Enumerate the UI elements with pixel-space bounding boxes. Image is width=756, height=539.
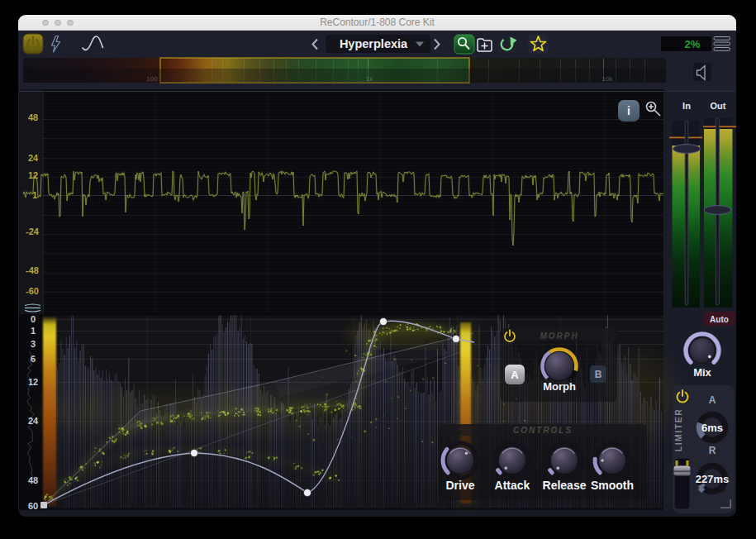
svg-text:CONTROLS: CONTROLS	[513, 426, 573, 435]
svg-text:B: B	[595, 369, 602, 380]
svg-text:10k: 10k	[602, 75, 614, 83]
svg-text:2%: 2%	[685, 38, 701, 50]
svg-text:48: 48	[28, 112, 38, 122]
svg-text:12: 12	[28, 170, 38, 180]
svg-text:A: A	[511, 369, 519, 381]
svg-text:Hyperplexia: Hyperplexia	[340, 37, 408, 50]
svg-text:-48: -48	[26, 265, 39, 275]
svg-text:227ms: 227ms	[696, 473, 729, 485]
svg-text:6ms: 6ms	[701, 422, 723, 434]
svg-text:60: 60	[28, 501, 38, 511]
svg-text:-60: -60	[26, 286, 39, 296]
svg-text:MORPH: MORPH	[540, 332, 578, 341]
svg-text:1: 1	[31, 326, 36, 336]
svg-text:Morph: Morph	[543, 380, 576, 393]
svg-text:-24: -24	[26, 227, 40, 236]
svg-text:6: 6	[31, 354, 36, 364]
svg-text:1: 1	[32, 190, 37, 200]
svg-text:12: 12	[28, 377, 38, 387]
svg-text:Auto: Auto	[710, 315, 729, 324]
svg-text:Mix: Mix	[693, 366, 711, 379]
svg-text:i: i	[627, 104, 630, 117]
svg-text:LIMITER: LIMITER	[673, 408, 683, 452]
svg-text:100: 100	[146, 75, 158, 83]
svg-text:0: 0	[31, 314, 36, 324]
svg-text:24: 24	[28, 153, 39, 163]
svg-text:In: In	[682, 101, 691, 111]
svg-text:Attack: Attack	[495, 479, 530, 492]
svg-text:24: 24	[28, 416, 39, 426]
svg-text:Smooth: Smooth	[591, 479, 634, 492]
svg-text:48: 48	[28, 475, 38, 485]
svg-text:R: R	[709, 445, 716, 456]
svg-text:Out: Out	[711, 101, 726, 111]
svg-text:Drive: Drive	[445, 479, 474, 492]
svg-text:3: 3	[31, 339, 36, 349]
svg-text:Release: Release	[543, 479, 587, 492]
svg-text:A: A	[709, 394, 716, 406]
svg-text:1k: 1k	[366, 75, 373, 83]
